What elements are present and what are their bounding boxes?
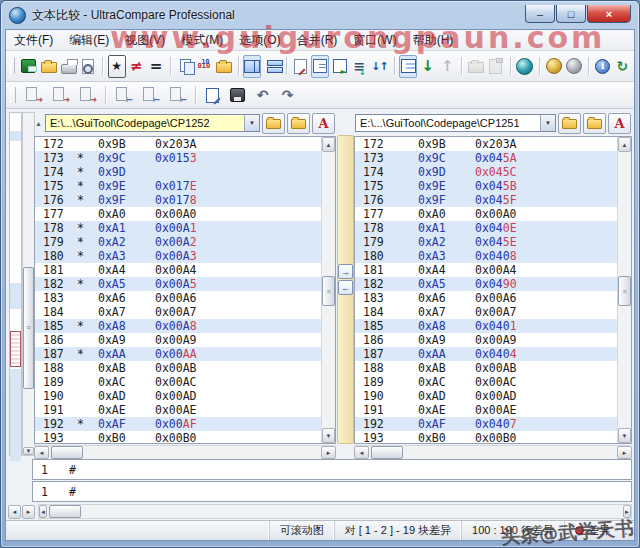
left-open-file-button[interactable] — [262, 113, 285, 134]
edit-mode-button[interactable] — [292, 55, 310, 78]
compare-row-180[interactable]: 1800xA30x0408 — [355, 249, 617, 263]
compare-row-173[interactable]: 1730x9C0x045A — [355, 151, 617, 165]
compare-row-179[interactable]: 179*0xA20x00A2 — [35, 235, 321, 249]
compare-row-184[interactable]: 1840xA70x00A7 — [355, 305, 617, 319]
line-view-button[interactable] — [311, 55, 329, 78]
previous-difference-button[interactable]: ↑ — [439, 55, 457, 78]
left-vscroll-thumb[interactable]: ≡ — [322, 276, 335, 306]
right-vscroll-thumb[interactable]: ≡ — [618, 276, 631, 306]
paste-session-button[interactable] — [487, 55, 505, 78]
right-font-button[interactable]: A — [608, 113, 631, 134]
show-all-button[interactable]: ★ — [108, 55, 126, 78]
chevron-down-icon[interactable]: ▼ — [540, 115, 555, 131]
minimize-button[interactable]: – — [525, 5, 555, 23]
scroll-down-icon[interactable]: ▼ — [322, 428, 335, 443]
map-scrollbar-thumb[interactable]: ≡ — [23, 267, 34, 389]
left-hscroll-thumb[interactable] — [51, 446, 83, 459]
compare-row-187[interactable]: 1870xAA0x0404 — [355, 347, 617, 361]
left-horizontal-scrollbar[interactable]: ◄ ► — [34, 445, 336, 459]
menu-view[interactable]: 视图(V) — [117, 32, 173, 49]
right-vscroll-track[interactable]: ≡ — [618, 152, 631, 428]
compare-row-189[interactable]: 1890xAC0x00AC — [35, 375, 321, 389]
print-button[interactable] — [60, 55, 78, 78]
compare-row-173[interactable]: 173*0x9C0x0153 — [35, 151, 321, 165]
line-details-button[interactable]: ≡ — [351, 55, 369, 78]
compare-row-175[interactable]: 1750x9E0x045B — [355, 179, 617, 193]
shared-hscroll-thumb[interactable] — [49, 505, 81, 518]
copy-block-left-button[interactable]: ← — [338, 280, 353, 295]
compare-row-172[interactable]: 1720x9B0x203A — [35, 137, 321, 151]
left-vscroll-track[interactable]: ≡ — [322, 152, 335, 428]
maximize-button[interactable]: □ — [556, 5, 586, 23]
save-button[interactable] — [20, 55, 38, 78]
left-line-detail[interactable]: 1 # — [32, 459, 632, 480]
net-session-button[interactable] — [515, 55, 534, 78]
next-difference-button[interactable]: ↓ — [419, 55, 437, 78]
chevron-down-icon[interactable]: ▼ — [244, 115, 259, 131]
scroll-up-icon[interactable]: ▲ — [618, 137, 631, 152]
merge-block-right-button[interactable]: → — [21, 83, 46, 107]
right-open-file-button[interactable] — [558, 113, 581, 134]
map-scroll-down-icon[interactable]: ▼ — [23, 447, 34, 455]
scroll-left-icon[interactable]: ◄ — [354, 446, 369, 459]
left-path-combobox[interactable]: E:\...\GuiTool\Codepage\CP1252 ▼ — [45, 114, 260, 132]
info-button[interactable] — [594, 55, 612, 78]
open-file-button[interactable] — [40, 55, 58, 78]
merge-panel-button[interactable] — [399, 55, 417, 78]
left-hscroll-track[interactable] — [49, 446, 321, 459]
compare-row-192[interactable]: 1920xAF0x0407 — [355, 417, 617, 431]
show-differences-button[interactable]: ≠ — [128, 55, 146, 78]
copy-block-right-button[interactable]: → — [338, 264, 353, 279]
scroll-up-icon[interactable]: ▲ — [322, 137, 335, 152]
help-sphere-button[interactable] — [545, 55, 563, 78]
menu-mode[interactable]: 模式(M) — [173, 32, 231, 49]
compare-row-193[interactable]: 1930xB00x00B0 — [35, 431, 321, 443]
merge-all-right-button[interactable]: → — [75, 83, 100, 107]
right-vertical-scrollbar[interactable]: ▲ ≡ ▼ — [617, 137, 631, 443]
compare-row-178[interactable]: 178*0xA10x00A1 — [35, 221, 321, 235]
scroll-left-icon[interactable]: ◄ — [39, 505, 47, 518]
merge-all-left-button[interactable]: ← — [165, 83, 190, 107]
merge-next-right-button[interactable]: → — [48, 83, 73, 107]
merge-block-left-button[interactable]: ← — [111, 83, 136, 107]
right-line-detail[interactable]: 1 # — [32, 481, 632, 502]
compare-row-186[interactable]: 1860xA90x00A9 — [355, 333, 617, 347]
right-horizontal-scrollbar[interactable]: ◄ ► — [354, 445, 632, 459]
shared-horizontal-scrollbar[interactable]: ◄ ► — [38, 504, 632, 519]
refresh-button[interactable]: ↻ — [614, 55, 632, 78]
compare-row-189[interactable]: 1890xAC0x00AC — [355, 375, 617, 389]
compare-row-176[interactable]: 176*0x9F0x0178 — [35, 193, 321, 207]
compare-row-190[interactable]: 1900xAD0x00AD — [35, 389, 321, 403]
save-merge-button[interactable] — [226, 84, 249, 107]
overview-map[interactable] — [9, 112, 22, 456]
compare-row-191[interactable]: 1910xAE0x00AE — [355, 403, 617, 417]
compare-row-188[interactable]: 1880xAB0x00AB — [35, 361, 321, 375]
compare-row-187[interactable]: 187*0xAA0x00AA — [35, 347, 321, 361]
resize-grip[interactable] — [622, 525, 634, 537]
right-hscroll-track[interactable] — [369, 446, 617, 459]
toolbar-grip[interactable] — [10, 87, 16, 103]
redo-button[interactable]: ↷ — [276, 84, 299, 107]
right-hscroll-thumb[interactable] — [371, 446, 403, 459]
synchronized-scrolling-button[interactable]: ↓↑ — [370, 55, 388, 78]
compare-row-177[interactable]: 1770xA00x00A0 — [355, 207, 617, 221]
left-vertical-scrollbar[interactable]: ▲ ≡ ▼ — [321, 137, 335, 443]
menu-edit[interactable]: 编辑(E) — [61, 32, 117, 49]
compare-row-191[interactable]: 1910xAE0x00AE — [35, 403, 321, 417]
compare-row-184[interactable]: 1840xA70x00A7 — [35, 305, 321, 319]
merge-next-left-button[interactable]: ← — [138, 83, 163, 107]
compare-row-182[interactable]: 182*0xA50x00A5 — [35, 277, 321, 291]
copy-session-button[interactable] — [467, 55, 485, 78]
scroll-down-icon[interactable]: ▼ — [618, 428, 631, 443]
pane-right-icon[interactable]: ► — [22, 505, 35, 519]
compare-row-180[interactable]: 180*0xA30x00A3 — [35, 249, 321, 263]
compare-row-188[interactable]: 1880xAB0x00AB — [355, 361, 617, 375]
compare-row-174[interactable]: 174*0x9D — [35, 165, 321, 179]
compare-row-192[interactable]: 192*0xAF0x00AF — [35, 417, 321, 431]
compare-row-175[interactable]: 175*0x9E0x017E — [35, 179, 321, 193]
compare-row-174[interactable]: 1740x9D0x045C — [355, 165, 617, 179]
menu-options[interactable]: 选项(O) — [231, 32, 288, 49]
show-matching-button[interactable]: = — [147, 55, 165, 78]
vertical-layout-button[interactable] — [243, 55, 261, 78]
close-button[interactable]: × — [587, 5, 631, 23]
